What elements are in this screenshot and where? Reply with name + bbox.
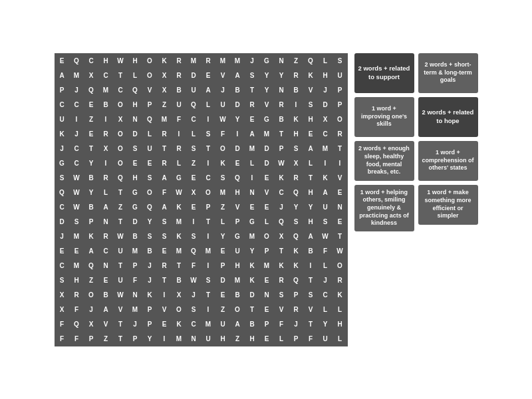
grid-cell: X <box>84 317 98 331</box>
grid-cell: I <box>201 156 215 170</box>
grid-cell: E <box>84 126 98 141</box>
grid-cell: C <box>84 53 98 68</box>
grid-cell: P <box>332 97 347 112</box>
grid-cell: K <box>172 200 186 214</box>
grid-cell: N <box>98 258 113 273</box>
grid-cell: W <box>274 156 289 170</box>
grid-cell: F <box>172 112 186 126</box>
grid-cell: J <box>69 126 84 141</box>
grid-cell: V <box>274 302 289 317</box>
grid-cell: Z <box>215 302 230 317</box>
grid-cell: O <box>113 156 128 170</box>
clue-box: 2 words + enough sleep, healthy food, me… <box>354 141 414 181</box>
grid-cell: R <box>201 53 215 68</box>
grid-cell: S <box>186 302 201 317</box>
grid-cell: L <box>186 126 201 141</box>
clue-box: 1 word + helping others, smiling genuine… <box>354 185 414 231</box>
grid-cell: R <box>274 273 289 287</box>
grid-cell: S <box>201 273 215 287</box>
grid-cell: I <box>69 112 84 126</box>
grid-cell: E <box>98 273 113 287</box>
grid-cell: U <box>186 82 201 97</box>
grid-cell: W <box>69 200 84 214</box>
grid-cell: A <box>55 68 69 82</box>
grid-cell: I <box>303 258 318 273</box>
grid-table: EQCHWHOKRMRMMJGNZQLSAMXCTLOXRDEVASYYRKHU… <box>55 53 348 346</box>
grid-cell: S <box>69 214 84 229</box>
grid-cell: H <box>230 258 245 273</box>
grid-cell: H <box>230 185 245 200</box>
grid-cell: F <box>55 331 69 346</box>
clue-box: 2 words + related to support <box>354 53 414 93</box>
grid-cell: K <box>55 126 69 141</box>
grid-cell: A <box>245 126 259 141</box>
grid-cell: L <box>215 214 230 229</box>
grid-cell: Q <box>289 273 303 287</box>
clue-box: 1 word + comprehension of others' states <box>418 141 478 181</box>
grid-cell: G <box>172 170 186 185</box>
grid-cell: F <box>55 317 69 331</box>
grid-cell: M <box>128 302 142 317</box>
grid-cell: O <box>113 97 128 112</box>
grid-cell: S <box>289 214 303 229</box>
grid-cell: T <box>157 141 172 156</box>
grid-cell: J <box>245 53 259 68</box>
grid-cell: F <box>157 185 172 200</box>
grid-cell: E <box>332 214 347 229</box>
grid-cell: O <box>201 185 215 200</box>
grid-cell: C <box>55 258 69 273</box>
grid-cell: E <box>128 156 142 170</box>
grid-cell: X <box>274 229 289 243</box>
grid-cell: E <box>215 243 230 258</box>
grid-cell: X <box>98 141 113 156</box>
grid-cell: V <box>303 82 318 97</box>
grid-cell: T <box>303 317 318 331</box>
grid-cell: T <box>303 170 318 185</box>
grid-cell: O <box>332 258 347 273</box>
grid-cell: O <box>332 112 347 126</box>
grid-cell: M <box>215 53 230 68</box>
grid-cell: Z <box>84 112 98 126</box>
grid-cell: E <box>332 185 347 200</box>
grid-cell: I <box>172 126 186 141</box>
grid-cell: S <box>332 53 347 68</box>
grid-cell: B <box>84 170 98 185</box>
grid-cell: L <box>245 156 259 170</box>
grid-cell: T <box>113 331 128 346</box>
grid-cell: K <box>215 156 230 170</box>
grid-cell: D <box>230 141 245 156</box>
grid-cell: V <box>259 97 274 112</box>
grid-cell: E <box>245 200 259 214</box>
grid-cell: M <box>69 68 84 82</box>
grid-cell: E <box>259 331 274 346</box>
grid-cell: A <box>201 82 215 97</box>
grid-cell: J <box>84 302 98 317</box>
grid-cell: K <box>84 229 98 243</box>
grid-cell: I <box>245 170 259 185</box>
grid-cell: D <box>215 273 230 287</box>
grid-cell: N <box>245 185 259 200</box>
grid-cell: S <box>55 273 69 287</box>
grid-cell: M <box>157 112 172 126</box>
grid-cell: Q <box>128 82 142 97</box>
grid-cell: E <box>259 170 274 185</box>
grid-cell: R <box>157 258 172 273</box>
grid-cell: W <box>318 229 332 243</box>
grid-cell: Q <box>84 82 98 97</box>
grid-cell: N <box>332 200 347 214</box>
grid-cell: G <box>230 229 245 243</box>
grid-cell: B <box>172 82 186 97</box>
grid-cell: J <box>318 273 332 287</box>
grid-cell: M <box>318 141 332 156</box>
grid-cell: U <box>318 200 332 214</box>
grid-cell: I <box>289 97 303 112</box>
grid-cell: K <box>172 229 186 243</box>
grid-cell: K <box>289 258 303 273</box>
grid-cell: N <box>274 53 289 68</box>
grid-cell: Q <box>274 214 289 229</box>
grid-cell: B <box>230 82 245 97</box>
grid-cell: X <box>318 112 332 126</box>
grid-cell: C <box>318 126 332 141</box>
grid-cell: U <box>172 97 186 112</box>
grid-cell: L <box>318 53 332 68</box>
